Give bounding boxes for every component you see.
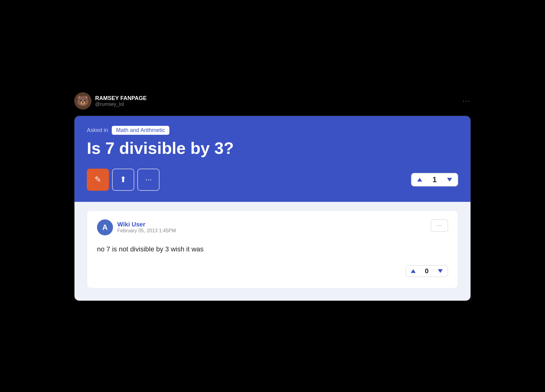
answer-more-icon: ···	[436, 223, 442, 228]
asked-in-row: Asked in Math and Arithmetic	[87, 126, 458, 135]
card-actions: ✎ ⬆ ··· 1	[87, 169, 458, 191]
answer-card: A Wiki User February 05, 2013 1:45PM ···…	[87, 210, 458, 288]
tweet-more-icon[interactable]: ···	[462, 97, 471, 105]
avatar: 🐻	[74, 92, 91, 110]
answer-date: February 05, 2013 1:45PM	[117, 228, 176, 234]
answer-user: A Wiki User February 05, 2013 1:45PM	[97, 219, 176, 235]
answer-user-info: Wiki User February 05, 2013 1:45PM	[117, 221, 176, 234]
answer-vote-widget: 0	[406, 265, 448, 277]
wiki-avatar-letter: A	[102, 223, 107, 232]
upvote-triangle-icon	[417, 178, 422, 182]
question-title: Is 7 divisible by 3?	[87, 139, 458, 157]
answer-more-button[interactable]: ···	[431, 219, 448, 232]
edit-icon: ✎	[95, 175, 101, 184]
answer-upvote-icon	[411, 269, 416, 273]
answer-upvote-button[interactable]	[406, 266, 421, 277]
question-vote-widget: 1	[411, 173, 458, 186]
wiki-user-avatar: A	[97, 219, 113, 235]
answer-username[interactable]: Wiki User	[117, 221, 176, 228]
tweet-wrapper: 🐻 RAMSEY FANPAGE @rumsey_lol ··· Asked i…	[69, 82, 476, 309]
category-badge[interactable]: Math and Arithmetic	[112, 126, 169, 135]
card-actions-left: ✎ ⬆ ···	[87, 169, 159, 191]
downvote-triangle-icon	[447, 178, 452, 182]
share-button[interactable]: ⬆	[112, 169, 134, 191]
avatar-bear-icon: 🐻	[77, 95, 89, 107]
question-downvote-button[interactable]	[442, 174, 458, 186]
tweet-header: 🐻 RAMSEY FANPAGE @rumsey_lol ···	[69, 89, 476, 113]
card-question-section: Asked in Math and Arithmetic Is 7 divisi…	[75, 116, 470, 202]
tweet-header-left: 🐻 RAMSEY FANPAGE @rumsey_lol	[74, 92, 147, 110]
question-upvote-button[interactable]	[412, 174, 428, 186]
more-options-button[interactable]: ···	[137, 169, 159, 191]
question-card: Asked in Math and Arithmetic Is 7 divisi…	[74, 116, 471, 301]
card-answer-section: A Wiki User February 05, 2013 1:45PM ···…	[75, 202, 470, 301]
asked-in-label: Asked in	[87, 127, 108, 134]
answer-downvote-button[interactable]	[433, 266, 448, 277]
tweet-handle: @rumsey_lol	[95, 102, 147, 107]
answer-header: A Wiki User February 05, 2013 1:45PM ···	[97, 219, 448, 235]
question-vote-count: 1	[428, 175, 442, 184]
edit-button[interactable]: ✎	[87, 169, 109, 191]
more-options-icon: ···	[145, 175, 152, 184]
answer-text: no 7 is not divisible by 3 wish it was	[97, 244, 448, 254]
answer-vote-row: 0	[97, 265, 448, 277]
tweet-display-name: RAMSEY FANPAGE	[95, 95, 147, 102]
answer-vote-count: 0	[421, 267, 433, 275]
answer-downvote-icon	[438, 269, 443, 273]
share-icon: ⬆	[120, 175, 127, 184]
tweet-user-info: RAMSEY FANPAGE @rumsey_lol	[95, 95, 147, 107]
